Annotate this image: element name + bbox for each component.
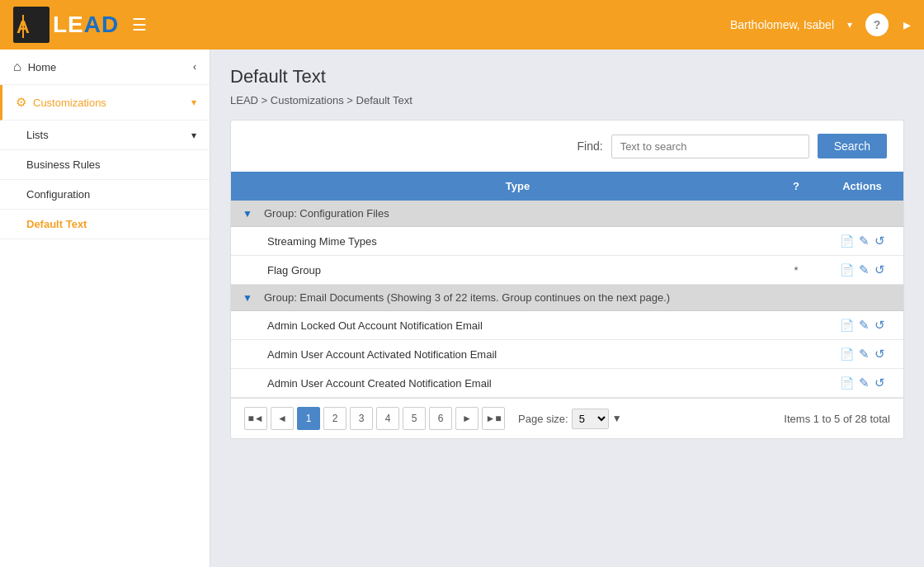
edit-icon[interactable]: ✎ — [859, 318, 870, 333]
view-icon[interactable]: 📄 — [840, 263, 854, 276]
table-row: Flag Group * 📄 ✎ ↺ — [231, 256, 903, 285]
view-icon[interactable]: 📄 — [840, 347, 854, 361]
group-row-email-docs: ▼ Group: Email Documents (Showing 3 of 2… — [231, 285, 903, 311]
breadcrumb-sep1: > — [262, 94, 271, 106]
table-row: Streaming Mime Types 📄 ✎ ↺ — [231, 227, 903, 256]
sidebar-sub-item-configuration[interactable]: Configuration — [0, 180, 210, 210]
sidebar-home-chevron: ‹ — [193, 61, 196, 73]
pagination-left: ■◄ ◄ 1 2 3 4 5 6 ► ►■ Page size: 5 10 — [244, 407, 622, 430]
help-button[interactable]: ? — [865, 13, 889, 36]
sidebar-customizations-label: Customizations — [33, 97, 106, 109]
reset-icon[interactable]: ↺ — [874, 262, 885, 277]
customizations-chevron-down-icon: ▾ — [191, 97, 196, 108]
page-title: Default Text — [230, 66, 904, 87]
view-icon[interactable]: 📄 — [840, 376, 854, 390]
group-expand-email-docs[interactable]: ▼ — [231, 292, 264, 304]
page-size-select[interactable]: 5 10 25 50 — [572, 409, 609, 429]
user-dropdown-icon[interactable]: ▾ — [847, 19, 852, 31]
home-icon: ⌂ — [13, 59, 21, 74]
edit-icon[interactable]: ✎ — [859, 234, 870, 248]
sidebar-item-customizations[interactable]: ⚙ Customizations ▾ — [0, 85, 210, 120]
table-row: Admin User Account Created Notification … — [231, 369, 903, 398]
group-row-config-files: ▼ Group: Configuration Files — [231, 201, 903, 227]
logo: A LEAD — [13, 7, 119, 43]
table-row: Admin User Account Activated Notificatio… — [231, 340, 903, 369]
pagination-page-5-button[interactable]: 5 — [403, 407, 426, 430]
view-icon[interactable]: 📄 — [840, 234, 854, 248]
reset-icon[interactable]: ↺ — [874, 318, 885, 333]
pagination-prev-button[interactable]: ◄ — [271, 407, 294, 430]
sidebar-sub-item-default-text[interactable]: Default Text — [0, 210, 210, 239]
col-header-type: Type — [264, 180, 771, 192]
row-actions-flag-group: 📄 ✎ ↺ — [821, 262, 903, 277]
logo-text: LEAD — [53, 12, 119, 38]
sidebar-default-text-label: Default Text — [26, 218, 87, 230]
row-actions-streaming-mime: 📄 ✎ ↺ — [821, 234, 903, 248]
pagination-page-4-button[interactable]: 4 — [376, 407, 399, 430]
row-actions-locked-out: 📄 ✎ ↺ — [821, 318, 903, 333]
reset-icon[interactable]: ↺ — [874, 234, 885, 248]
edit-icon[interactable]: ✎ — [859, 347, 870, 361]
sidebar-item-home[interactable]: ⌂ Home ‹ — [0, 50, 210, 85]
breadcrumb-customizations[interactable]: Customizations — [271, 94, 344, 106]
reset-icon[interactable]: ↺ — [874, 347, 885, 361]
page-size-dropdown-icon: ▼ — [612, 413, 622, 424]
row-type-streaming-mime: Streaming Mime Types — [264, 235, 771, 248]
col-header-actions: Actions — [821, 180, 903, 192]
breadcrumb-default-text[interactable]: Default Text — [356, 94, 412, 106]
sidebar-business-rules-label: Business Rules — [26, 158, 101, 171]
breadcrumb-lead[interactable]: LEAD — [230, 94, 258, 106]
edit-icon[interactable]: ✎ — [859, 376, 870, 390]
hamburger-icon[interactable]: ☰ — [132, 15, 147, 35]
pagination-last-button[interactable]: ►■ — [482, 407, 505, 430]
header-right: Bartholomew, Isabel ▾ ? ▸ — [730, 13, 911, 36]
pagination-info: Items 1 to 5 of 28 total — [784, 413, 890, 425]
row-q-flag-group: * — [771, 264, 821, 276]
col-header-q: ? — [771, 180, 821, 192]
view-icon[interactable]: 📄 — [840, 319, 854, 332]
pagination-page-3-button[interactable]: 3 — [350, 407, 373, 430]
page-size-label: Page size: — [518, 413, 568, 425]
reset-icon[interactable]: ↺ — [874, 376, 885, 390]
find-label: Find: — [578, 139, 603, 153]
row-type-activated: Admin User Account Activated Notificatio… — [264, 348, 771, 361]
breadcrumb-sep2: > — [346, 94, 356, 106]
pagination-first-button[interactable]: ■◄ — [244, 407, 267, 430]
pagination-next-button[interactable]: ► — [455, 407, 478, 430]
sidebar-configuration-label: Configuration — [26, 188, 90, 201]
user-name[interactable]: Bartholomew, Isabel — [730, 18, 834, 31]
app-header: A LEAD ☰ Bartholomew, Isabel ▾ ? ▸ — [0, 0, 924, 50]
row-actions-created: 📄 ✎ ↺ — [821, 376, 903, 390]
pagination-page-2-button[interactable]: 2 — [323, 407, 346, 430]
main-panel: Find: Search Type ? Actions ▼ Group: Con… — [230, 120, 904, 439]
sidebar-sub-item-business-rules[interactable]: Business Rules — [0, 150, 210, 180]
group-label-email-docs: Group: Email Documents (Showing 3 of 22 … — [264, 291, 903, 304]
lists-dropdown-icon: ▾ — [191, 130, 196, 141]
pagination-page-1-button[interactable]: 1 — [297, 407, 320, 430]
table-header-row: Type ? Actions — [231, 172, 903, 201]
group-expand-config-files[interactable]: ▼ — [231, 208, 264, 220]
row-type-flag-group: Flag Group — [264, 264, 771, 276]
search-bar: Find: Search — [231, 120, 903, 172]
row-type-locked-out: Admin Locked Out Account Notification Em… — [264, 319, 771, 332]
search-button[interactable]: Search — [818, 134, 887, 158]
header-left: A LEAD ☰ — [13, 7, 147, 43]
logo-icon: A — [13, 7, 50, 43]
pagination-bar: ■◄ ◄ 1 2 3 4 5 6 ► ►■ Page size: 5 10 — [231, 398, 903, 438]
help-arrow-icon: ▸ — [903, 16, 911, 34]
table-row: Admin Locked Out Account Notification Em… — [231, 311, 903, 340]
sidebar-lists-label: Lists — [26, 129, 49, 141]
group-label-config-files: Group: Configuration Files — [264, 207, 903, 220]
search-input[interactable] — [611, 135, 809, 158]
row-type-created: Admin User Account Created Notification … — [264, 377, 771, 390]
sidebar: ⌂ Home ‹ ⚙ Customizations ▾ Lists ▾ Busi… — [0, 50, 210, 567]
row-actions-activated: 📄 ✎ ↺ — [821, 347, 903, 361]
main-content: Default Text LEAD > Customizations > Def… — [210, 50, 924, 567]
pagination-page-6-button[interactable]: 6 — [429, 407, 452, 430]
sidebar-sub-item-lists[interactable]: Lists ▾ — [0, 120, 210, 150]
gear-icon: ⚙ — [16, 95, 26, 110]
data-table: Type ? Actions ▼ Group: Configuration Fi… — [231, 172, 903, 438]
main-layout: ⌂ Home ‹ ⚙ Customizations ▾ Lists ▾ Busi… — [0, 50, 924, 567]
breadcrumb[interactable]: LEAD > Customizations > Default Text — [230, 94, 904, 106]
edit-icon[interactable]: ✎ — [859, 262, 870, 277]
